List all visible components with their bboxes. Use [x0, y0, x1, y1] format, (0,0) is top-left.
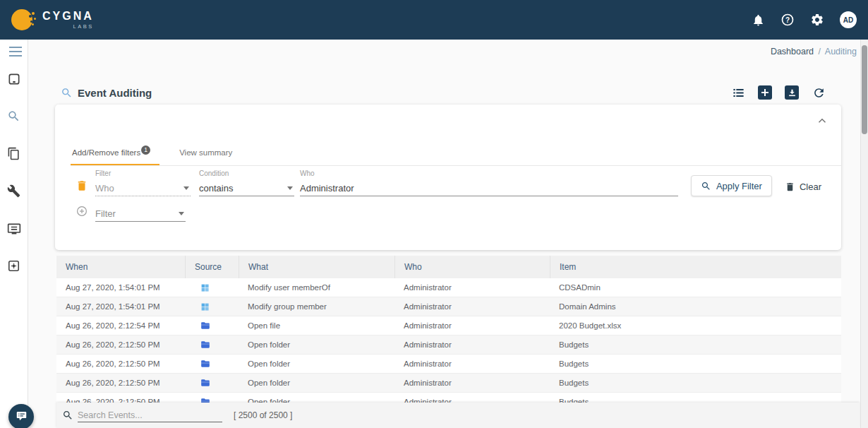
- column-header-what[interactable]: What: [239, 256, 394, 278]
- tab-view-summary[interactable]: View summary: [178, 143, 242, 165]
- condition-select[interactable]: Condition contains: [199, 170, 294, 196]
- export-icon[interactable]: [785, 85, 799, 100]
- cygna-labs-logo[interactable]: CYGNA LABS: [11, 8, 94, 32]
- breadcrumb-dashboard[interactable]: Dashboard: [771, 47, 814, 57]
- cell-when: Aug 26, 2020, 2:12:50 PM: [56, 379, 185, 387]
- breadcrumb: Dashboard / Auditing: [771, 47, 857, 57]
- breadcrumb-auditing[interactable]: Auditing: [825, 47, 857, 57]
- who-value-text: Administrator: [300, 183, 354, 194]
- vertical-scrollbar[interactable]: [860, 40, 868, 428]
- add-filter-select[interactable]: Filter: [95, 206, 186, 222]
- chevron-down-icon: [183, 186, 189, 190]
- search-icon: [62, 410, 73, 421]
- trash-icon[interactable]: [76, 179, 88, 192]
- tab-add-remove-filters[interactable]: Add/Remove filters1: [71, 143, 159, 165]
- cell-who: Administrator: [394, 321, 550, 330]
- cell-what: Modify group member: [239, 302, 394, 311]
- breadcrumb-separator: /: [819, 47, 821, 57]
- cell-item: Domain Admins: [550, 302, 841, 311]
- column-header-who[interactable]: Who: [394, 256, 550, 278]
- table-row[interactable]: Aug 26, 2020, 2:12:50 PM Open folder Adm…: [56, 355, 841, 374]
- table-row[interactable]: Aug 27, 2020, 1:54:01 PM Modify group me…: [56, 297, 841, 316]
- folder-icon: [185, 359, 239, 369]
- help-icon[interactable]: ?: [780, 13, 795, 27]
- cell-item: CDSADmin: [550, 283, 841, 292]
- refresh-icon[interactable]: [812, 85, 826, 100]
- folder-icon: [185, 378, 239, 388]
- cell-item: 2020 Budget.xlsx: [550, 321, 841, 330]
- tab-label: View summary: [179, 148, 232, 157]
- table-row[interactable]: Aug 26, 2020, 2:12:50 PM Open folder Adm…: [56, 393, 841, 403]
- who-value-field[interactable]: Who Administrator: [300, 170, 678, 196]
- field-label: Condition: [199, 170, 294, 177]
- cell-who: Administrator: [394, 359, 550, 368]
- cell-what: Open folder: [239, 359, 394, 368]
- gear-icon[interactable]: [810, 13, 824, 27]
- apply-filter-button[interactable]: Apply Filter: [691, 175, 772, 196]
- dvr-icon[interactable]: [7, 222, 21, 236]
- cell-who: Administrator: [394, 398, 550, 403]
- cell-item: Budgets: [550, 340, 841, 349]
- windows-logo-icon: [185, 283, 239, 292]
- feedback-chat-button[interactable]: [8, 404, 34, 428]
- top-navbar: CYGNA LABS ? AD: [0, 0, 868, 40]
- search-icon[interactable]: [7, 109, 21, 124]
- folder-icon: [185, 321, 239, 331]
- column-header-when[interactable]: When: [56, 256, 185, 278]
- search-icon: [61, 87, 73, 99]
- cell-who: Administrator: [394, 340, 550, 349]
- chevron-down-icon: [287, 186, 293, 190]
- tab-label: Add/Remove filters: [72, 148, 140, 157]
- cell-who: Administrator: [394, 379, 550, 387]
- events-search-bar: [ 2500 of 2500 ]: [56, 403, 860, 428]
- clear-label: Clear: [800, 182, 821, 192]
- plus-circle-icon[interactable]: [76, 205, 88, 218]
- cell-what: Open folder: [239, 379, 394, 387]
- events-table: When Source What Who Item Aug 27, 2020, …: [56, 256, 841, 403]
- column-header-source[interactable]: Source: [185, 256, 239, 278]
- table-row[interactable]: Aug 26, 2020, 2:12:50 PM Open folder Adm…: [56, 335, 841, 355]
- table-header: When Source What Who Item: [56, 256, 841, 278]
- list-view-icon[interactable]: [731, 85, 745, 100]
- trash-icon: [785, 182, 795, 192]
- search-events-input[interactable]: [78, 408, 222, 422]
- filter-count-badge: 1: [141, 145, 150, 155]
- cell-when: Aug 26, 2020, 2:12:50 PM: [56, 340, 185, 349]
- user-avatar[interactable]: AD: [840, 11, 857, 28]
- filter-row: Filter Who Condition contains Who Admini…: [71, 170, 821, 196]
- add-icon[interactable]: [758, 85, 772, 100]
- windows-logo-icon: [185, 302, 239, 311]
- filter-field-value: Who: [95, 183, 114, 194]
- cygna-logo-icon: [11, 8, 35, 32]
- cell-what: Modify user memberOf: [239, 283, 394, 292]
- left-sidebar: [0, 40, 28, 428]
- table-row[interactable]: Aug 27, 2020, 1:54:01 PM Modify user mem…: [56, 278, 841, 297]
- brand-sub: LABS: [73, 24, 94, 30]
- copy-icon[interactable]: [7, 147, 21, 161]
- column-header-item[interactable]: Item: [550, 256, 841, 278]
- svg-text:?: ?: [785, 16, 790, 24]
- clear-filter-button[interactable]: Clear: [785, 182, 821, 192]
- bell-icon[interactable]: [751, 13, 765, 27]
- add-filter-label: Filter: [95, 208, 116, 219]
- cell-when: Aug 27, 2020, 1:54:01 PM: [56, 302, 185, 311]
- condition-value: contains: [199, 183, 233, 194]
- chevron-up-icon[interactable]: [816, 114, 828, 127]
- filter-field-select[interactable]: Filter Who: [95, 170, 191, 196]
- field-label: Who: [300, 170, 678, 177]
- settings-box-icon[interactable]: [7, 259, 21, 273]
- field-label: Filter: [95, 170, 191, 177]
- add-filter-row: Filter: [71, 205, 186, 222]
- cell-when: Aug 26, 2020, 2:12:50 PM: [56, 359, 185, 368]
- brand-name: CYGNA: [42, 11, 94, 22]
- filter-panel: Add/Remove filters1 View summary Filter …: [55, 105, 841, 250]
- wrench-icon[interactable]: [7, 184, 21, 198]
- table-row[interactable]: Aug 26, 2020, 2:12:50 PM Open folder Adm…: [56, 374, 841, 393]
- device-icon[interactable]: [7, 72, 21, 86]
- scrollbar-thumb[interactable]: [862, 45, 867, 134]
- cell-item: Budgets: [550, 398, 841, 403]
- cell-what: Open file: [239, 321, 394, 330]
- result-count: [ 2500 of 2500 ]: [234, 410, 292, 420]
- table-row[interactable]: Aug 26, 2020, 2:12:54 PM Open file Admin…: [56, 316, 841, 335]
- menu-toggle-icon[interactable]: [9, 47, 22, 57]
